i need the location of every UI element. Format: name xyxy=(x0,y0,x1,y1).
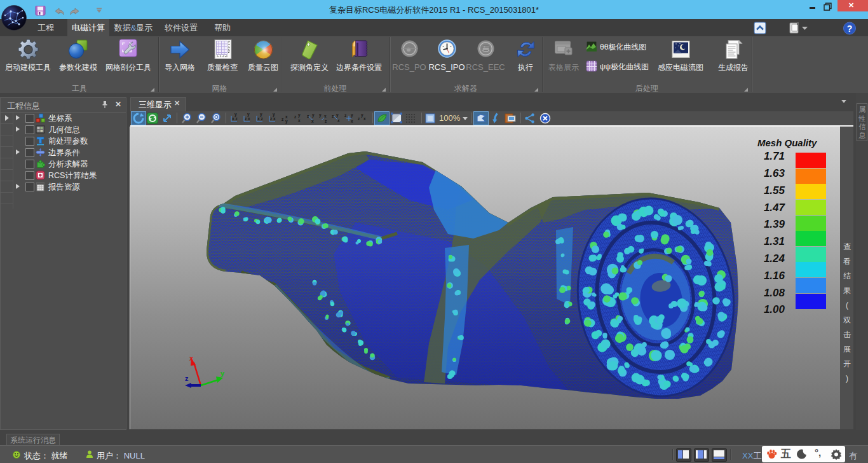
svg-text:y: y xyxy=(312,113,315,118)
svg-text:x: x xyxy=(337,118,340,123)
svg-text:z: z xyxy=(325,119,327,123)
svg-text:z: z xyxy=(294,114,297,119)
svg-text:x: x xyxy=(363,116,366,121)
svg-text:x z: x z xyxy=(257,116,263,121)
svg-text:z: z xyxy=(332,114,334,118)
svg-text:z: z xyxy=(281,117,284,121)
svg-text:y: y xyxy=(220,370,225,377)
svg-text:x: x xyxy=(285,114,288,119)
svg-text:x: x xyxy=(324,114,327,118)
svg-text:z: z xyxy=(344,113,347,118)
svg-text:y: y xyxy=(285,119,288,124)
svg-text:y: y xyxy=(351,113,353,118)
svg-text:x: x xyxy=(298,118,301,123)
svg-text:z: z xyxy=(185,375,189,382)
svg-text:y: y xyxy=(247,113,250,117)
svg-text:x: x xyxy=(189,354,194,362)
svg-text:x: x xyxy=(311,119,314,123)
svg-text:y: y xyxy=(319,113,322,118)
svg-text:y: y xyxy=(298,113,301,118)
svg-text:z: z xyxy=(307,114,309,118)
svg-text:x: x xyxy=(351,119,353,123)
svg-text:x z: x z xyxy=(232,116,238,121)
svg-text:y: y xyxy=(336,113,339,118)
svg-text:z x: z x xyxy=(245,116,250,121)
svg-text:y: y xyxy=(273,113,275,117)
svg-text:y: y xyxy=(260,113,262,117)
svg-text:?: ? xyxy=(847,24,853,34)
svg-text:y: y xyxy=(234,113,237,117)
svg-text:z: z xyxy=(358,116,360,121)
svg-text:z x: z x xyxy=(270,116,276,121)
